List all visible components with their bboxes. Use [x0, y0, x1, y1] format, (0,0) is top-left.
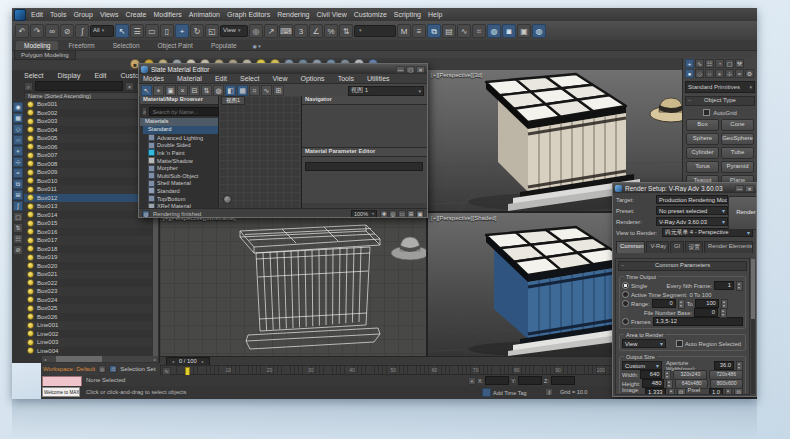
render-setup-scrollbar[interactable]	[751, 259, 755, 394]
display-spacewarps-icon[interactable]: ≈	[13, 168, 23, 178]
me-select-tool-icon[interactable]: ↖	[141, 85, 152, 96]
isolate-selection-icon[interactable]: ◎	[98, 365, 106, 373]
list-item-box024[interactable]: Box024	[24, 296, 152, 305]
parameter-editor-header[interactable]: Material Parameter Editor	[302, 148, 427, 157]
material-item-double-sided[interactable]: Double Sided	[140, 142, 218, 150]
me-pick-material-icon[interactable]: ⌖	[153, 85, 164, 96]
rendered-frame-window-icon[interactable]: ▣	[517, 24, 531, 38]
schematic-view-icon[interactable]: ⌗	[472, 24, 486, 38]
spacewarps-category-icon[interactable]: ≈	[735, 69, 744, 78]
menu-display[interactable]: Display	[57, 72, 80, 79]
list-item-box022[interactable]: Box022	[24, 279, 152, 288]
render-setup-tab-render-elements[interactable]: Render Elements	[704, 241, 753, 253]
torus-button[interactable]: Torus	[686, 161, 719, 173]
align-icon[interactable]: ≡	[412, 24, 426, 38]
menu-utilities[interactable]: Utilities	[367, 75, 390, 82]
mini-curve-editor-icon[interactable]: ∿	[162, 367, 171, 375]
list-item-box010[interactable]: Box010	[24, 177, 152, 186]
redo-icon[interactable]: ↷	[30, 24, 44, 38]
list-item-box007[interactable]: Box007	[24, 151, 152, 160]
material-item-matte-shadow[interactable]: Matte/Shadow	[140, 157, 218, 165]
y-coordinate-field[interactable]	[518, 376, 542, 385]
motion-tab-icon[interactable]: ◔	[715, 59, 724, 68]
unlink-selection-icon[interactable]: ⊘	[60, 24, 74, 38]
render-button[interactable]: Render	[728, 196, 757, 230]
menu-modes[interactable]: Modes	[143, 75, 164, 82]
zoom-level-dropdown[interactable]: 100% ▾	[351, 210, 377, 218]
material-item-multi-sub-object[interactable]: Multi/Sub-Object	[140, 172, 218, 180]
scroll-right-icon[interactable]: ▸	[152, 357, 158, 362]
layer-manager-icon[interactable]: ⧉	[427, 24, 441, 38]
render-setup-tab-设置[interactable]: 设置	[685, 241, 704, 253]
view-selector-dropdown[interactable]: 视图 1 ▾	[348, 86, 424, 96]
spinner-snap-icon[interactable]: ⇅	[339, 24, 353, 38]
lock-icon[interactable]: ⊡	[734, 388, 743, 395]
parameter-editor-panel[interactable]	[302, 157, 427, 203]
ribbon-tab-selection[interactable]: Selection	[105, 41, 148, 50]
spinner[interactable]	[720, 308, 727, 318]
me-material-preview-icon[interactable]: ◍	[213, 85, 224, 96]
box-button[interactable]: Box	[686, 119, 719, 131]
modify-tab-icon[interactable]: ∿	[695, 59, 704, 68]
menu-group[interactable]: Group	[73, 11, 92, 18]
percent-snap-icon[interactable]: %	[324, 24, 338, 38]
hierarchy-tab-icon[interactable]: ☷	[705, 59, 714, 68]
list-item-box009[interactable]: Box009	[24, 168, 152, 177]
render-production-icon[interactable]: ◍	[532, 24, 546, 38]
range-to-field[interactable]: 100	[695, 299, 719, 308]
menu-material[interactable]: Material	[177, 75, 202, 82]
menu-modifiers[interactable]: Modifiers	[153, 11, 181, 18]
tube-button[interactable]: Tube	[721, 147, 754, 159]
display-containers-icon[interactable]: ▢	[13, 212, 23, 222]
browser-group-standard[interactable]: Standard	[143, 126, 218, 134]
menu-views[interactable]: Views	[100, 11, 119, 18]
list-item-box006[interactable]: Box006	[24, 143, 152, 152]
browser-panel-header[interactable]: Material/Map Browser	[140, 96, 218, 105]
node-view-tab[interactable]: 视图1	[221, 96, 245, 105]
lock-icon[interactable]: ⊡	[677, 388, 686, 395]
list-item-box025[interactable]: Box025	[24, 304, 152, 313]
autogrid-checkbox[interactable]	[703, 109, 710, 116]
primitive-category-dropdown[interactable]: Standard Primitives ▾	[685, 81, 755, 93]
me-zoom-selected-icon[interactable]: ▣	[416, 210, 424, 218]
parameter-field[interactable]	[305, 162, 423, 171]
keyboard-shortcut-override-icon[interactable]: ⌨	[279, 24, 293, 38]
target-dropdown[interactable]: Production Rendering Mode ▾	[656, 195, 728, 204]
rollout-object-type[interactable]: − Object Type	[685, 96, 755, 106]
frames-field[interactable]: 1,3,5-12	[653, 317, 743, 326]
close-icon[interactable]: ✕	[745, 185, 754, 192]
cone-button[interactable]: Cone	[721, 119, 754, 131]
display-shapes-icon[interactable]: ◇	[13, 124, 23, 134]
material-item-standard[interactable]: Standard	[140, 187, 218, 195]
navigator-panel[interactable]	[302, 105, 427, 148]
shapes-category-icon[interactable]: ◇	[695, 69, 704, 78]
display-all-icon[interactable]: ◉	[13, 102, 23, 112]
list-item-box020[interactable]: Box020	[24, 262, 152, 271]
aperture-field[interactable]: 36.0	[714, 361, 734, 370]
menu-civil-view[interactable]: Civil View	[316, 11, 346, 18]
preset-dropdown[interactable]: No preset selected ▾	[656, 206, 728, 215]
rectangular-selection-region-icon[interactable]: ▭	[145, 24, 159, 38]
z-coordinate-field[interactable]	[551, 376, 575, 385]
list-item-box011[interactable]: Box011	[24, 185, 152, 194]
geosphere-button[interactable]: GeoSphere	[721, 133, 754, 145]
list-item-box015[interactable]: Box015	[24, 219, 152, 228]
close-icon[interactable]: ✕	[416, 66, 425, 73]
list-item-box013[interactable]: Box013	[24, 202, 152, 211]
me-layout-all-icon[interactable]: ⌗	[249, 85, 260, 96]
systems-category-icon[interactable]: ⚙	[745, 69, 754, 78]
cylinder-button[interactable]: Cylinder	[686, 147, 719, 159]
add-time-tag[interactable]: Add Time Tag	[482, 388, 527, 397]
browser-search-input[interactable]	[149, 107, 219, 116]
viewport-label[interactable]: [+][Perspective][Shaded]	[431, 215, 497, 221]
create-tab-icon[interactable]: +	[685, 59, 694, 68]
list-item-box017[interactable]: Box017	[24, 236, 152, 245]
display-bones-icon[interactable]: ∫	[13, 201, 23, 211]
scene-explorer-horizontal-scrollbar[interactable]: ◂ ▸	[42, 356, 158, 362]
reference-coordinate-dropdown[interactable]: View▾	[220, 25, 248, 37]
selection-filter-dropdown[interactable]: All▾	[90, 25, 114, 37]
sort-icon[interactable]: ⇅	[13, 223, 23, 233]
list-item-box019[interactable]: Box019	[24, 253, 152, 262]
auto-region-checkbox[interactable]	[676, 340, 683, 347]
utilities-tab-icon[interactable]: ⚒	[735, 59, 744, 68]
